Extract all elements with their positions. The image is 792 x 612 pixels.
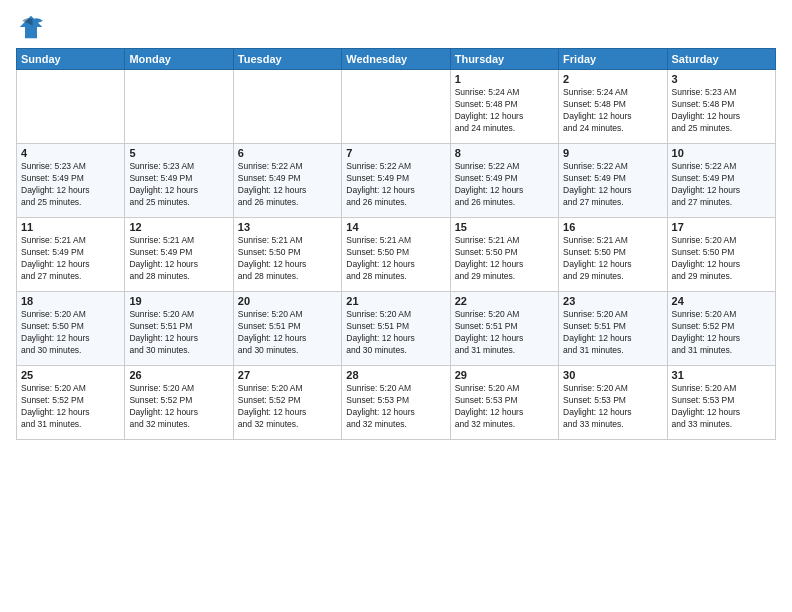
calendar-cell: [17, 70, 125, 144]
day-info: Sunrise: 5:21 AM Sunset: 5:50 PM Dayligh…: [563, 235, 662, 283]
calendar-cell: 31Sunrise: 5:20 AM Sunset: 5:53 PM Dayli…: [667, 366, 775, 440]
calendar-cell: 28Sunrise: 5:20 AM Sunset: 5:53 PM Dayli…: [342, 366, 450, 440]
day-info: Sunrise: 5:20 AM Sunset: 5:53 PM Dayligh…: [563, 383, 662, 431]
day-info: Sunrise: 5:21 AM Sunset: 5:50 PM Dayligh…: [238, 235, 337, 283]
day-info: Sunrise: 5:22 AM Sunset: 5:49 PM Dayligh…: [455, 161, 554, 209]
calendar-cell: 18Sunrise: 5:20 AM Sunset: 5:50 PM Dayli…: [17, 292, 125, 366]
day-number: 25: [21, 369, 120, 381]
calendar-week-row: 4Sunrise: 5:23 AM Sunset: 5:49 PM Daylig…: [17, 144, 776, 218]
day-number: 18: [21, 295, 120, 307]
calendar-cell: 16Sunrise: 5:21 AM Sunset: 5:50 PM Dayli…: [559, 218, 667, 292]
calendar-cell: 6Sunrise: 5:22 AM Sunset: 5:49 PM Daylig…: [233, 144, 341, 218]
day-info: Sunrise: 5:22 AM Sunset: 5:49 PM Dayligh…: [672, 161, 771, 209]
day-info: Sunrise: 5:22 AM Sunset: 5:49 PM Dayligh…: [238, 161, 337, 209]
day-number: 10: [672, 147, 771, 159]
day-number: 6: [238, 147, 337, 159]
day-number: 16: [563, 221, 662, 233]
calendar-cell: 1Sunrise: 5:24 AM Sunset: 5:48 PM Daylig…: [450, 70, 558, 144]
day-info: Sunrise: 5:21 AM Sunset: 5:49 PM Dayligh…: [21, 235, 120, 283]
day-info: Sunrise: 5:20 AM Sunset: 5:51 PM Dayligh…: [346, 309, 445, 357]
day-number: 31: [672, 369, 771, 381]
day-number: 15: [455, 221, 554, 233]
calendar-cell: 11Sunrise: 5:21 AM Sunset: 5:49 PM Dayli…: [17, 218, 125, 292]
day-number: 11: [21, 221, 120, 233]
day-info: Sunrise: 5:20 AM Sunset: 5:52 PM Dayligh…: [21, 383, 120, 431]
calendar-week-row: 11Sunrise: 5:21 AM Sunset: 5:49 PM Dayli…: [17, 218, 776, 292]
calendar-cell: 20Sunrise: 5:20 AM Sunset: 5:51 PM Dayli…: [233, 292, 341, 366]
day-info: Sunrise: 5:23 AM Sunset: 5:48 PM Dayligh…: [672, 87, 771, 135]
header-saturday: Saturday: [667, 49, 775, 70]
calendar-cell: 5Sunrise: 5:23 AM Sunset: 5:49 PM Daylig…: [125, 144, 233, 218]
day-number: 8: [455, 147, 554, 159]
calendar-cell: 7Sunrise: 5:22 AM Sunset: 5:49 PM Daylig…: [342, 144, 450, 218]
page: SundayMondayTuesdayWednesdayThursdayFrid…: [0, 0, 792, 612]
day-info: Sunrise: 5:22 AM Sunset: 5:49 PM Dayligh…: [346, 161, 445, 209]
day-info: Sunrise: 5:20 AM Sunset: 5:52 PM Dayligh…: [129, 383, 228, 431]
day-info: Sunrise: 5:23 AM Sunset: 5:49 PM Dayligh…: [129, 161, 228, 209]
day-info: Sunrise: 5:24 AM Sunset: 5:48 PM Dayligh…: [563, 87, 662, 135]
header: [16, 12, 776, 42]
day-number: 22: [455, 295, 554, 307]
calendar-cell: 21Sunrise: 5:20 AM Sunset: 5:51 PM Dayli…: [342, 292, 450, 366]
day-number: 12: [129, 221, 228, 233]
day-info: Sunrise: 5:20 AM Sunset: 5:50 PM Dayligh…: [672, 235, 771, 283]
day-info: Sunrise: 5:20 AM Sunset: 5:51 PM Dayligh…: [455, 309, 554, 357]
day-info: Sunrise: 5:20 AM Sunset: 5:52 PM Dayligh…: [238, 383, 337, 431]
day-info: Sunrise: 5:22 AM Sunset: 5:49 PM Dayligh…: [563, 161, 662, 209]
day-number: 4: [21, 147, 120, 159]
day-info: Sunrise: 5:20 AM Sunset: 5:51 PM Dayligh…: [238, 309, 337, 357]
header-friday: Friday: [559, 49, 667, 70]
calendar-table: SundayMondayTuesdayWednesdayThursdayFrid…: [16, 48, 776, 440]
calendar-cell: [233, 70, 341, 144]
calendar-week-row: 25Sunrise: 5:20 AM Sunset: 5:52 PM Dayli…: [17, 366, 776, 440]
header-wednesday: Wednesday: [342, 49, 450, 70]
day-number: 24: [672, 295, 771, 307]
header-tuesday: Tuesday: [233, 49, 341, 70]
day-info: Sunrise: 5:23 AM Sunset: 5:49 PM Dayligh…: [21, 161, 120, 209]
calendar-cell: 19Sunrise: 5:20 AM Sunset: 5:51 PM Dayli…: [125, 292, 233, 366]
day-info: Sunrise: 5:24 AM Sunset: 5:48 PM Dayligh…: [455, 87, 554, 135]
calendar-cell: 10Sunrise: 5:22 AM Sunset: 5:49 PM Dayli…: [667, 144, 775, 218]
day-info: Sunrise: 5:21 AM Sunset: 5:50 PM Dayligh…: [455, 235, 554, 283]
day-number: 27: [238, 369, 337, 381]
calendar-cell: [342, 70, 450, 144]
day-number: 14: [346, 221, 445, 233]
day-info: Sunrise: 5:20 AM Sunset: 5:51 PM Dayligh…: [129, 309, 228, 357]
calendar-cell: 30Sunrise: 5:20 AM Sunset: 5:53 PM Dayli…: [559, 366, 667, 440]
day-number: 1: [455, 73, 554, 85]
calendar-cell: 26Sunrise: 5:20 AM Sunset: 5:52 PM Dayli…: [125, 366, 233, 440]
calendar-cell: 14Sunrise: 5:21 AM Sunset: 5:50 PM Dayli…: [342, 218, 450, 292]
calendar-cell: 29Sunrise: 5:20 AM Sunset: 5:53 PM Dayli…: [450, 366, 558, 440]
calendar-cell: 8Sunrise: 5:22 AM Sunset: 5:49 PM Daylig…: [450, 144, 558, 218]
day-info: Sunrise: 5:21 AM Sunset: 5:49 PM Dayligh…: [129, 235, 228, 283]
calendar-cell: 2Sunrise: 5:24 AM Sunset: 5:48 PM Daylig…: [559, 70, 667, 144]
calendar-week-row: 18Sunrise: 5:20 AM Sunset: 5:50 PM Dayli…: [17, 292, 776, 366]
day-info: Sunrise: 5:20 AM Sunset: 5:52 PM Dayligh…: [672, 309, 771, 357]
day-number: 28: [346, 369, 445, 381]
logo: [16, 12, 50, 42]
header-sunday: Sunday: [17, 49, 125, 70]
day-number: 26: [129, 369, 228, 381]
day-info: Sunrise: 5:20 AM Sunset: 5:53 PM Dayligh…: [455, 383, 554, 431]
calendar-cell: 4Sunrise: 5:23 AM Sunset: 5:49 PM Daylig…: [17, 144, 125, 218]
day-number: 13: [238, 221, 337, 233]
day-number: 5: [129, 147, 228, 159]
day-number: 23: [563, 295, 662, 307]
day-number: 7: [346, 147, 445, 159]
day-info: Sunrise: 5:20 AM Sunset: 5:50 PM Dayligh…: [21, 309, 120, 357]
day-number: 30: [563, 369, 662, 381]
day-number: 20: [238, 295, 337, 307]
calendar-header-row: SundayMondayTuesdayWednesdayThursdayFrid…: [17, 49, 776, 70]
header-monday: Monday: [125, 49, 233, 70]
day-number: 3: [672, 73, 771, 85]
calendar-cell: 27Sunrise: 5:20 AM Sunset: 5:52 PM Dayli…: [233, 366, 341, 440]
header-thursday: Thursday: [450, 49, 558, 70]
logo-icon: [16, 12, 46, 42]
day-number: 9: [563, 147, 662, 159]
calendar-cell: 22Sunrise: 5:20 AM Sunset: 5:51 PM Dayli…: [450, 292, 558, 366]
day-number: 19: [129, 295, 228, 307]
day-info: Sunrise: 5:20 AM Sunset: 5:51 PM Dayligh…: [563, 309, 662, 357]
calendar-cell: 9Sunrise: 5:22 AM Sunset: 5:49 PM Daylig…: [559, 144, 667, 218]
calendar-cell: 13Sunrise: 5:21 AM Sunset: 5:50 PM Dayli…: [233, 218, 341, 292]
day-number: 2: [563, 73, 662, 85]
